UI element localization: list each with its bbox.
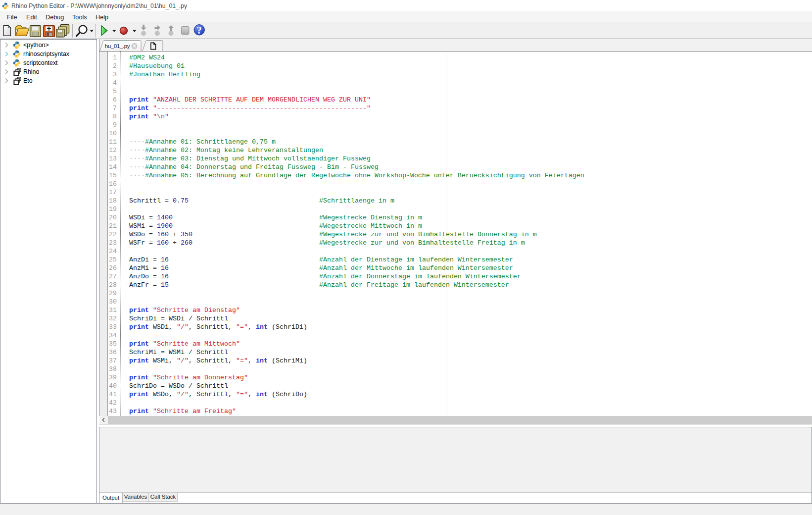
svg-text:?: ? (197, 25, 202, 36)
